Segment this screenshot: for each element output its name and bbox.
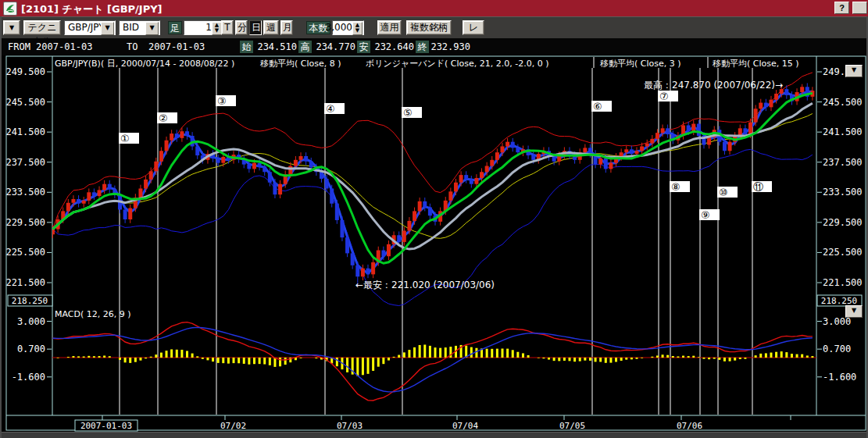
axis-tick-label: 229.500 <box>823 217 863 228</box>
axis-tick-label: 237.500 <box>823 157 863 168</box>
axis-tick-label: 225.500 <box>823 247 863 258</box>
open-label: 始 <box>240 41 253 53</box>
high-annotation: 最高：247.870 (2007/06/22)→ <box>644 79 783 92</box>
axis-tick-label: 241.500 <box>823 126 863 137</box>
high-value: 234.770 <box>315 41 355 52</box>
axis-tick-label: 229.500 <box>5 217 45 228</box>
window-title: [2101] チャート [GBP/JPY] <box>21 2 163 16</box>
axis-tick-label: 221.500 <box>5 277 45 288</box>
period-week-button[interactable]: 週 <box>263 20 279 35</box>
range-bar: FROM 2007-01-03 TO 2007-01-03 始 234.510 … <box>0 38 868 56</box>
bar-interval-label: 足 <box>168 21 182 34</box>
axis-tick-label: 249.500 <box>5 66 45 77</box>
symbol-select-arrow-icon[interactable]: ▼ <box>101 22 114 35</box>
svg-text:③: ③ <box>217 95 227 107</box>
event-marker[interactable]: ⑦ <box>658 91 678 102</box>
axis-tick-label: 218.250 <box>12 296 48 306</box>
axis-tick-label: 245.500 <box>5 97 45 108</box>
axis-tick-label: 241.500 <box>5 126 45 137</box>
event-marker[interactable]: ⑥ <box>591 101 612 112</box>
chart-area[interactable]: 249.500249.500245.500245.500241.500241.5… <box>0 55 868 432</box>
svg-text:⑤: ⑤ <box>403 107 413 119</box>
event-marker[interactable]: ② <box>157 112 177 124</box>
overlay-label-bollinger: ボリンジャーバンド( Close, 21, 2.0, -2.0, 0 ) <box>366 58 549 69</box>
event-marker[interactable]: ⑤ <box>402 107 422 119</box>
price-pane-menu-button[interactable]: ▼ <box>845 65 863 77</box>
axis-tick-label: 233.500 <box>823 187 863 198</box>
axis-tick-label: 07/02 <box>220 421 246 431</box>
axis-tick-label: 237.500 <box>5 157 45 168</box>
axis-tick-label: 245.500 <box>823 97 863 108</box>
from-date[interactable]: FROM 2007-01-03 <box>8 41 92 52</box>
close-label: 終 <box>416 41 429 53</box>
event-marker[interactable]: ① <box>119 133 139 144</box>
axis-tick-label: 225.500 <box>5 247 45 258</box>
axis-tick-label: 221.500 <box>823 277 863 288</box>
apply-button[interactable]: 適用 <box>377 20 402 35</box>
axis-tick-label: 07/06 <box>677 421 702 431</box>
price-side-arrow-icon[interactable]: ▼ <box>145 22 159 35</box>
bar-interval-input[interactable]: 1 ▲▼ <box>184 20 223 35</box>
technical-button[interactable]: テクニカル <box>23 20 61 35</box>
to-label: TO <box>127 41 138 52</box>
svg-text:⑩: ⑩ <box>719 187 728 198</box>
axis-tick-label: 233.500 <box>5 187 45 198</box>
high-label: 高 <box>298 41 312 53</box>
price-side-select[interactable]: BID ▼ <box>119 20 160 35</box>
open-value: 234.510 <box>256 41 297 52</box>
event-marker[interactable]: ③ <box>216 95 236 107</box>
low-value: 232.640 <box>373 41 414 52</box>
chart-window: [2101] チャート [GBP/JPY] ? ▼ テクニカル GBP/JPY … <box>0 0 868 438</box>
overlay-label-ma15: 移動平均( Close, 15 ) <box>713 58 799 69</box>
price-macd-chart[interactable]: 249.500249.500245.500245.500241.500241.5… <box>0 55 868 432</box>
axis-tick-label: 07/04 <box>452 421 478 431</box>
close-value: 232.930 <box>430 41 470 52</box>
svg-text:①: ① <box>120 133 130 144</box>
event-marker[interactable]: ⑩ <box>717 187 738 198</box>
event-marker[interactable]: ⑪ <box>752 181 772 193</box>
svg-text:⑪: ⑪ <box>753 181 763 193</box>
bar-count-spinner[interactable]: ▲▼ <box>352 22 363 35</box>
window-bottom-frame <box>0 432 868 438</box>
window-edge-button[interactable] <box>852 2 867 14</box>
to-date[interactable]: 2007-01-03 <box>148 41 205 52</box>
svg-text:④: ④ <box>326 103 335 115</box>
svg-text:②: ② <box>159 112 168 124</box>
event-marker[interactable]: ⑨ <box>699 209 720 221</box>
axis-tick-label: 2007-01-03 <box>80 421 132 431</box>
period-tick-button[interactable]: T <box>221 20 234 35</box>
axis-tick-label: 07/05 <box>559 421 585 431</box>
event-marker[interactable]: ④ <box>324 103 345 115</box>
event-marker[interactable]: ⑧ <box>670 181 690 193</box>
app-icon <box>3 2 17 16</box>
axis-tick-label: 0.700 <box>823 344 851 354</box>
overlay-label-ma3: 移動平均( Close, 3 ) <box>600 58 681 69</box>
rate-button[interactable]: レート <box>463 20 484 35</box>
bar-count-input[interactable]: 3,000 ▲▼ <box>332 20 364 35</box>
axis-tick-label: 07/03 <box>337 421 363 431</box>
help-button[interactable]: ? <box>834 2 849 14</box>
low-annotation: ←最安：221.020 (2007/03/06) <box>355 279 495 292</box>
svg-text:⑦: ⑦ <box>659 91 669 102</box>
toolbar-dropdown-button[interactable]: ▼ <box>3 20 20 35</box>
title-bar[interactable]: [2101] チャート [GBP/JPY] ? <box>0 0 868 17</box>
axis-tick-label: -1.600 <box>12 372 45 383</box>
svg-text:⑥: ⑥ <box>593 101 602 112</box>
chart-symbol-label: GBP/JPY(B)( 日, 2000/07/14 - 2008/08/22 ) <box>55 58 234 69</box>
window-left-frame <box>0 16 2 438</box>
axis-tick-label: -1.600 <box>823 372 856 383</box>
svg-text:⑧: ⑧ <box>671 181 680 193</box>
toolbar: ▼ テクニカル GBP/JPY ▼ BID ▼ 足 1 ▲▼ T 分 日 週 月… <box>0 16 868 39</box>
low-label: 安 <box>357 41 370 53</box>
axis-tick-label: 0.700 <box>17 344 45 354</box>
svg-text:⑨: ⑨ <box>701 209 710 221</box>
macd-label: MACD( 12, 26, 9 ) <box>55 309 131 319</box>
symbol-select[interactable]: GBP/JPY ▼ <box>64 20 116 35</box>
period-day-button[interactable]: 日 <box>249 20 262 35</box>
period-month-button[interactable]: 月 <box>280 20 293 35</box>
macd-pane-menu-button[interactable]: ▼ <box>845 305 863 318</box>
multi-symbol-button[interactable]: 複数銘柄 <box>406 20 452 35</box>
period-minute-button[interactable]: 分 <box>235 20 248 35</box>
axis-tick-label: 3.000 <box>17 316 45 327</box>
overlay-label-ma8: 移動平均( Close, 8 ) <box>260 58 341 69</box>
